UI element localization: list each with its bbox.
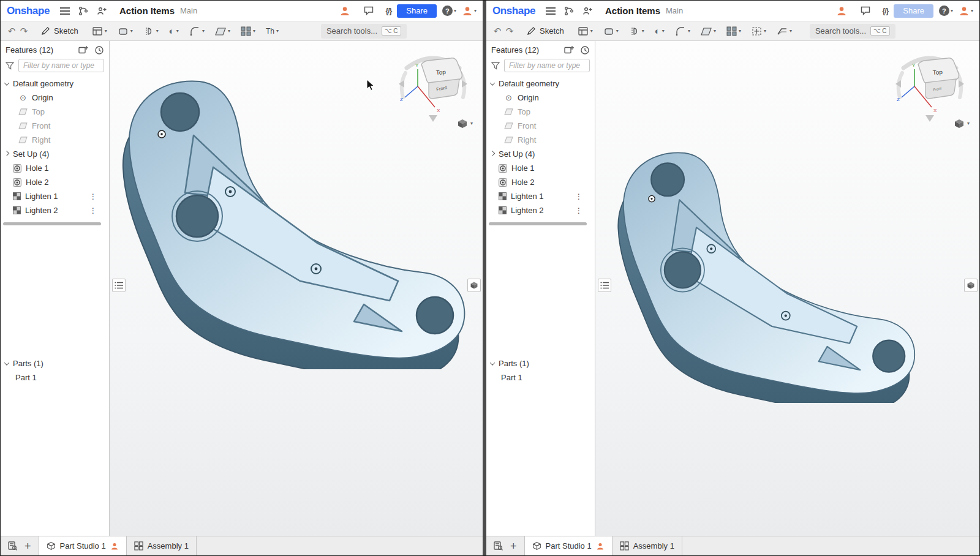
versions-icon[interactable] [562,4,576,18]
featurescript-icon[interactable]: {/} [386,7,392,15]
account-menu[interactable]: ▾ [959,6,973,17]
versions-icon[interactable] [77,4,90,18]
onshape-logo[interactable]: Onshape [492,5,535,17]
main-menu-icon[interactable] [544,4,557,18]
help-menu[interactable]: ? ▾ [442,6,456,16]
collaborators-icon[interactable] [581,4,594,18]
tab-assembly[interactable]: Assembly 1 [127,536,197,555]
tab-part-studio[interactable]: Part Studio 1 [39,536,127,555]
feature-state-icon[interactable]: ⋮ [575,206,582,215]
feature-item-hole-2[interactable]: Hole 2 [486,175,595,189]
feature-item-set-up[interactable]: Set Up (4) [1,147,109,161]
boolean-tool-dropdown[interactable]: ◐ ▾ [167,25,181,37]
extrude-tool-dropdown[interactable]: ▾ [601,25,621,37]
share-button[interactable]: Share [397,4,437,18]
view-options-button[interactable]: ▾ [954,118,970,129]
chevron-right-icon[interactable] [490,151,495,156]
feature-list-toggle[interactable] [598,279,611,292]
part-list-item[interactable]: Part 1 [1,370,109,384]
sketch-button[interactable]: Sketch [521,23,570,39]
onshape-logo[interactable]: Onshape [7,5,50,17]
pattern-tool-dropdown[interactable]: ▾ [724,25,744,37]
undo-button[interactable]: ↶ [6,26,18,37]
feature-item-lighten-1[interactable]: Lighten 1 ⋮ [486,189,595,203]
redo-button[interactable]: ↷ [503,26,516,37]
new-folder-icon[interactable] [78,45,88,55]
sheet-metal-tool-dropdown[interactable]: ▾ [774,25,794,37]
insert-tool-dropdown[interactable]: ▾ [89,25,110,37]
view-options-button[interactable]: ▾ [457,118,473,129]
rollback-icon[interactable] [579,45,590,55]
parts-list-toggle[interactable] [467,279,481,292]
new-tab-icon[interactable]: + [510,541,517,552]
search-tools-button[interactable]: Search tools... ⌥ C [810,24,895,39]
chevron-down-icon[interactable] [4,80,9,85]
chevron-down-icon[interactable] [490,360,495,365]
thicken-tool-dropdown[interactable]: Th ▾ [263,26,281,37]
feature-item-front-plane[interactable]: Front [486,119,595,133]
feature-item-right-plane[interactable]: Right [1,133,109,147]
feature-list-toggle[interactable] [112,279,126,292]
tab-assembly[interactable]: Assembly 1 [612,536,682,555]
search-tools-button[interactable]: Search tools... ⌥ C [321,24,407,39]
parts-list-toggle[interactable] [964,279,978,292]
redo-button[interactable]: ↷ [18,26,30,37]
tab-part-studio[interactable]: Part Studio 1 [524,536,612,555]
parts-section-header[interactable]: Parts (1) [486,356,595,370]
collaborators-icon[interactable] [95,4,108,18]
feature-item-hole-2[interactable]: Hole 2 [1,175,109,189]
filter-icon[interactable] [6,62,14,70]
feature-item-right-plane[interactable]: Right [486,133,595,147]
feature-item-lighten-2[interactable]: Lighten 2 ⋮ [486,203,595,217]
new-tab-icon[interactable]: + [24,541,31,552]
undo-button[interactable]: ↶ [491,26,503,37]
featurescript-icon[interactable]: {/} [883,7,889,15]
comment-icon[interactable] [859,4,872,18]
parts-section-header[interactable]: Parts (1) [1,356,109,370]
feature-state-icon[interactable]: ⋮ [89,192,97,201]
workspace-name[interactable]: Main [666,6,683,15]
view-cube[interactable]: Top Front Y Z X [894,46,966,124]
feature-item-lighten-2[interactable]: Lighten 2 ⋮ [1,203,109,217]
fillet-tool-dropdown[interactable]: ▾ [187,25,207,37]
feature-item-top-plane[interactable]: Top [1,105,109,119]
revolve-tool-dropdown[interactable]: ▾ [627,25,647,37]
feature-item-hole-1[interactable]: Hole 1 [1,161,109,175]
filter-input[interactable] [504,59,590,72]
model-canvas[interactable]: Top Front Y Z X ▾ [110,41,483,536]
feature-state-icon[interactable]: ⋮ [575,192,582,201]
pattern-tool-dropdown[interactable]: ▾ [238,25,258,37]
feature-item-front-plane[interactable]: Front [1,119,109,133]
workspace-name[interactable]: Main [180,6,197,15]
tab-manager-icon[interactable] [494,541,503,550]
feature-item-origin[interactable]: ⊙ Origin [1,91,109,105]
feature-state-icon[interactable]: ⋮ [89,206,97,215]
viewcube-top-label[interactable]: Top [435,69,446,76]
extrude-tool-dropdown[interactable]: ▾ [115,25,135,37]
presence-avatar[interactable] [835,4,848,18]
help-menu[interactable]: ? ▾ [939,6,953,16]
account-menu[interactable]: ▾ [462,6,477,17]
feature-item-default-geometry[interactable]: Default geometry [486,77,595,91]
filter-input[interactable] [18,59,104,72]
part-model[interactable] [616,149,925,403]
main-menu-icon[interactable] [58,4,72,18]
feature-item-top-plane[interactable]: Top [486,105,595,119]
filter-icon[interactable] [491,62,500,70]
feature-item-lighten-1[interactable]: Lighten 1 ⋮ [1,189,109,203]
presence-avatar[interactable] [338,4,352,18]
viewcube-top-label[interactable]: Top [932,69,943,76]
boolean-tool-dropdown[interactable]: ◐ ▾ [652,25,667,37]
draft-tool-dropdown[interactable]: ▾ [698,26,718,37]
rollback-icon[interactable] [94,45,104,55]
draft-tool-dropdown[interactable]: ▾ [213,26,233,37]
feature-item-set-up[interactable]: Set Up (4) [486,147,595,161]
new-folder-icon[interactable] [564,45,574,55]
comment-icon[interactable] [362,4,375,18]
view-cube[interactable]: Top Front Y Z X [397,46,469,124]
model-canvas[interactable]: Top Front Y Z X ▾ [595,41,979,536]
transform-tool-dropdown[interactable]: ▾ [749,25,769,37]
feature-item-hole-1[interactable]: Hole 1 [486,161,595,175]
revolve-tool-dropdown[interactable]: ▾ [141,25,161,37]
fillet-tool-dropdown[interactable]: ▾ [673,25,693,37]
